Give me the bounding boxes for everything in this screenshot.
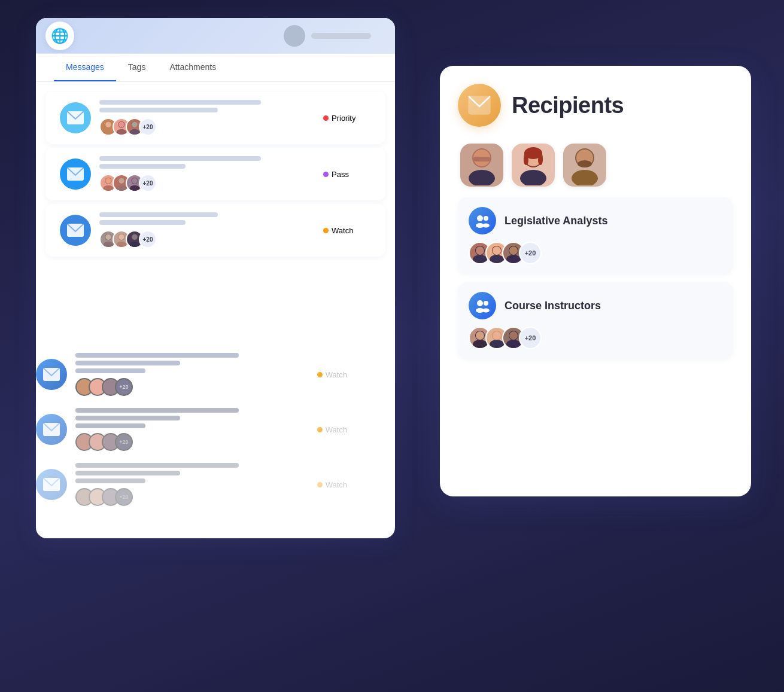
svg-point-73 xyxy=(509,331,518,340)
message-icon xyxy=(60,215,91,246)
nav-tabs: Messages Tags Attachments xyxy=(36,54,395,82)
line xyxy=(75,423,145,428)
svg-point-29 xyxy=(132,234,137,240)
line xyxy=(75,471,180,475)
group-plus-count: +20 xyxy=(519,242,542,264)
svg-point-61 xyxy=(477,300,483,306)
line xyxy=(75,416,180,420)
msg-icon xyxy=(36,414,67,445)
watch-label: Watch xyxy=(326,480,347,489)
group-card-header: Legislative Analysts xyxy=(469,207,722,234)
message-item[interactable]: +20 Pass xyxy=(45,148,385,200)
priority-label: Priority xyxy=(332,114,355,123)
recipients-title: Recipients xyxy=(512,93,624,118)
tab-attachments[interactable]: Attachments xyxy=(157,54,228,81)
message-item[interactable]: +20 Watch xyxy=(45,204,385,257)
avatar-row: +20 xyxy=(75,378,309,396)
watch-dot xyxy=(323,228,329,233)
individual-avatars xyxy=(458,144,733,187)
line xyxy=(75,368,145,373)
svg-point-60 xyxy=(509,246,518,255)
avatar-row: +20 xyxy=(75,488,309,506)
watch-label: Watch xyxy=(332,226,353,235)
plus-count: +20 xyxy=(139,174,157,192)
svg-point-13 xyxy=(105,178,111,184)
svg-point-64 xyxy=(482,309,490,313)
bottom-message-item[interactable]: +20 Watch xyxy=(36,347,347,402)
msg-content: +20 xyxy=(75,463,309,506)
message-line-1 xyxy=(99,100,261,105)
tag-watch: Watch xyxy=(317,425,347,434)
globe-icon: 🌐 xyxy=(51,28,69,44)
watch-dot xyxy=(317,372,323,377)
legislative-analysts-card: Legislative Analysts xyxy=(458,197,733,274)
messages-list: +20 Priority xyxy=(36,82,395,266)
plus-count: +20 xyxy=(115,433,133,451)
line xyxy=(75,361,180,365)
message-content: +20 xyxy=(99,100,315,136)
svg-point-23 xyxy=(105,234,111,240)
tab-messages[interactable]: Messages xyxy=(54,54,116,81)
bottom-message-item[interactable]: +20 Watch xyxy=(36,457,347,512)
svg-point-70 xyxy=(493,331,501,340)
header-bar-line xyxy=(311,33,371,39)
group-icon xyxy=(469,292,496,319)
course-instructors-label: Course Instructors xyxy=(505,300,601,312)
svg-point-16 xyxy=(118,178,124,184)
group-avatars: +20 xyxy=(469,242,722,264)
line xyxy=(75,353,239,358)
message-icon xyxy=(60,102,91,133)
priority-dot xyxy=(323,115,329,121)
svg-point-43 xyxy=(538,156,543,165)
svg-point-35 xyxy=(469,170,495,185)
message-content: +20 xyxy=(99,212,315,248)
svg-point-39 xyxy=(520,170,546,185)
avatars-row: +20 xyxy=(99,174,315,192)
msg-content: +20 xyxy=(75,408,309,451)
message-line-2 xyxy=(99,108,218,112)
recipients-panel: Recipients xyxy=(440,66,751,496)
header-avatar xyxy=(284,25,305,47)
tag-watch: Watch xyxy=(317,480,347,489)
svg-point-56 xyxy=(490,255,504,263)
line xyxy=(75,463,239,468)
svg-point-15 xyxy=(117,185,127,191)
svg-point-18 xyxy=(130,185,140,191)
bottom-message-item[interactable]: +20 Watch xyxy=(36,402,347,457)
message-content: +20 xyxy=(99,156,315,192)
message-line-2 xyxy=(99,164,186,169)
recipients-header: Recipients xyxy=(458,84,733,127)
message-line-2 xyxy=(99,220,186,225)
svg-point-8 xyxy=(130,129,140,135)
course-instructors-card: Course Instructors xyxy=(458,282,733,359)
pass-dot xyxy=(323,172,329,177)
svg-point-69 xyxy=(490,340,504,348)
svg-point-53 xyxy=(473,255,487,263)
group-name: Legislative Analysts xyxy=(505,215,607,227)
svg-point-42 xyxy=(524,156,528,165)
tab-tags[interactable]: Tags xyxy=(116,54,158,81)
plus-count: +20 xyxy=(139,230,157,248)
svg-point-28 xyxy=(130,242,140,248)
svg-point-59 xyxy=(506,255,521,263)
group-icon xyxy=(469,207,496,234)
line xyxy=(75,478,145,483)
svg-point-48 xyxy=(477,215,483,221)
message-line-1 xyxy=(99,156,261,161)
msg-icon xyxy=(36,359,67,390)
scene: 🌐 Messages Tags Attachments xyxy=(0,0,784,692)
tag-watch: Watch xyxy=(317,370,347,379)
message-tag-pass: Pass xyxy=(323,170,371,179)
svg-point-5 xyxy=(117,129,127,135)
watch-label: Watch xyxy=(326,425,347,434)
individual-avatar-1 xyxy=(460,144,503,187)
msg-icon xyxy=(36,469,67,500)
svg-point-3 xyxy=(105,122,111,127)
watch-dot xyxy=(317,482,323,487)
message-item[interactable]: +20 Priority xyxy=(45,92,385,144)
header-bar-right xyxy=(284,25,371,47)
svg-point-72 xyxy=(506,340,521,348)
avatars-row: +20 xyxy=(99,230,315,248)
svg-point-26 xyxy=(118,234,124,240)
individual-avatar-3 xyxy=(563,144,606,187)
